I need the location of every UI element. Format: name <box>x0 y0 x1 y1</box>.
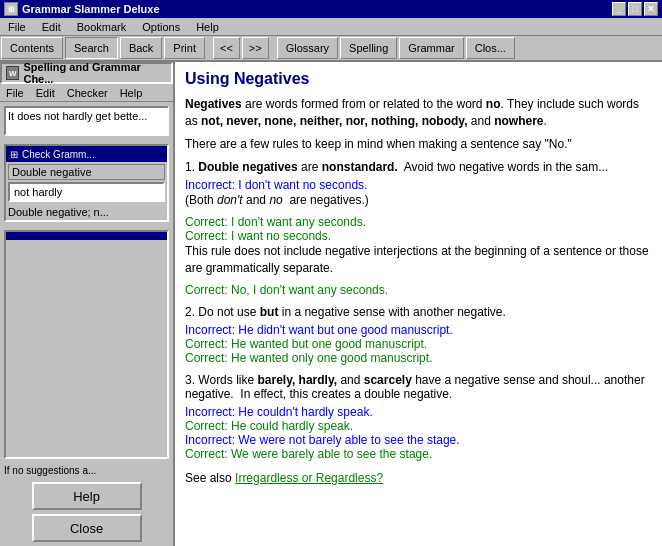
negatives-bold: Negatives <box>185 97 242 111</box>
no-italic: no <box>269 193 282 207</box>
rule1-correct2: Correct: I want no seconds. <box>185 229 652 243</box>
rule1-incorrect1: Incorrect: I don't want no seconds. <box>185 178 652 192</box>
spelling-icon: W <box>6 66 19 80</box>
rule1-nonstandard: nonstandard. <box>322 160 398 174</box>
left-spacer <box>4 230 169 459</box>
check-gram-icon: ⊞ <box>10 149 18 160</box>
title-bar: ⊞ Grammar Slammer Deluxe _ □ ✕ <box>0 0 662 18</box>
sentence-before: It does <box>8 110 44 122</box>
rule1-correct3: Correct: No, I don't want any seconds. <box>185 283 652 297</box>
rule2-header: 2. Do not use but in a negative sense wi… <box>185 305 652 319</box>
page-title: Using Negatives <box>185 70 652 88</box>
see-also-paragraph: See also Irregardless or Regardless? <box>185 471 652 485</box>
menu-help[interactable]: Help <box>188 19 227 35</box>
rule1-extra: This rule does not include negative inte… <box>185 243 652 277</box>
prev-button[interactable]: << <box>213 37 240 59</box>
left-menu-file[interactable]: File <box>0 86 30 100</box>
rule2-correct1: Correct: He wanted but one good manuscri… <box>185 337 652 351</box>
print-button[interactable]: Print <box>164 37 205 59</box>
rule2-incorrect1: Incorrect: He didn't want but one good m… <box>185 323 652 337</box>
left-menu-help[interactable]: Help <box>114 86 149 100</box>
scarcely-bold: scarcely <box>364 373 412 387</box>
back-button[interactable]: Back <box>120 37 162 59</box>
right-panel: Using Negatives Negatives are words form… <box>175 62 662 546</box>
see-also-text: See also <box>185 471 232 485</box>
toolbar: Contents Search Back Print << >> Glossar… <box>0 36 662 62</box>
rule3-header: 3. Words like barely, hardly, and scarce… <box>185 373 652 401</box>
check-grammar-panel: ⊞ Check Gramm... Double negative not har… <box>4 144 169 222</box>
menu-bookmark[interactable]: Bookmark <box>69 19 135 35</box>
contents-button[interactable]: Contents <box>1 37 63 59</box>
grammar-button[interactable]: Grammar <box>399 37 463 59</box>
left-menu-checker[interactable]: Checker <box>61 86 114 100</box>
rule3-incorrect2: Incorrect: We were not barely able to se… <box>185 433 652 447</box>
next-button[interactable]: >> <box>242 37 269 59</box>
progress-indicator <box>6 232 167 240</box>
search-button[interactable]: Search <box>65 37 118 59</box>
rule3-correct1: Correct: He could hardly speak. <box>185 419 652 433</box>
intro-paragraph-1: Negatives are words formed from or relat… <box>185 96 652 130</box>
left-menu-edit[interactable]: Edit <box>30 86 61 100</box>
minimize-button[interactable]: _ <box>612 2 626 16</box>
check-grammar-title: ⊞ Check Gramm... <box>6 146 167 162</box>
spelling-title-text: Spelling and Grammar Che... <box>23 61 167 85</box>
menu-file[interactable]: File <box>0 19 34 35</box>
sentence-highlight: not hardly <box>44 110 92 122</box>
see-also-link[interactable]: Irregardless or Regardless? <box>235 471 383 485</box>
close-panel-button[interactable]: Close <box>32 514 142 542</box>
rule3-correct2: Correct: We were barely able to see the … <box>185 447 652 461</box>
no-suggestions-text: If no suggestions a... <box>4 465 169 476</box>
dont-italic: don't <box>217 193 243 207</box>
rule2-correct2: Correct: He wanted only one good manuscr… <box>185 351 652 365</box>
check-grammar-body: Double negative not hardly Double negati… <box>6 162 167 220</box>
left-panel: W Spelling and Grammar Che... File Edit … <box>0 62 175 546</box>
examples-bold: not, never, none, neither, nor, nothing,… <box>201 114 467 128</box>
menu-bar: File Edit Bookmark Options Help <box>0 18 662 36</box>
spelling-panel-title: W Spelling and Grammar Che... <box>0 62 173 84</box>
but-bold: but <box>260 305 279 319</box>
window-title: Grammar Slammer Deluxe <box>22 3 612 15</box>
error-type: Double negative <box>8 164 165 180</box>
bottom-buttons: Help Close <box>0 478 173 546</box>
menu-options[interactable]: Options <box>134 19 188 35</box>
help-button[interactable]: Help <box>32 482 142 510</box>
app-icon: ⊞ <box>4 2 18 16</box>
main-layout: W Spelling and Grammar Che... File Edit … <box>0 62 662 546</box>
glossary-button[interactable]: Glossary <box>277 37 338 59</box>
no-bold: no <box>486 97 501 111</box>
check-gram-title-text: Check Gramm... <box>22 149 95 160</box>
rule1-note: (Both don't and no are negatives.) <box>185 192 652 209</box>
rule1-correct1: Correct: I don't want any seconds. <box>185 215 652 229</box>
barely-bold: barely, hardly, <box>257 373 337 387</box>
nowhere-bold: nowhere <box>494 114 543 128</box>
sentence-after: get bette... <box>92 110 147 122</box>
menu-edit[interactable]: Edit <box>34 19 69 35</box>
maximize-button[interactable]: □ <box>628 2 642 16</box>
rule3-incorrect1: Incorrect: He couldn't hardly speak. <box>185 405 652 419</box>
rule1-header: 1. Double negatives are nonstandard. Avo… <box>185 160 652 174</box>
intro-paragraph-2: There are a few rules to keep in mind wh… <box>185 136 652 153</box>
close-ref-button[interactable]: Clos... <box>466 37 515 59</box>
sentence-display: It does not hardly get bette... <box>4 106 169 136</box>
spelling-button[interactable]: Spelling <box>340 37 397 59</box>
left-menu-row: File Edit Checker Help <box>0 84 173 102</box>
suggestion-word: not hardly <box>8 182 165 202</box>
suggestion-label: Double negative; n... <box>8 206 165 218</box>
rule1-title-bold: Double negatives <box>198 160 297 174</box>
close-button[interactable]: ✕ <box>644 2 658 16</box>
